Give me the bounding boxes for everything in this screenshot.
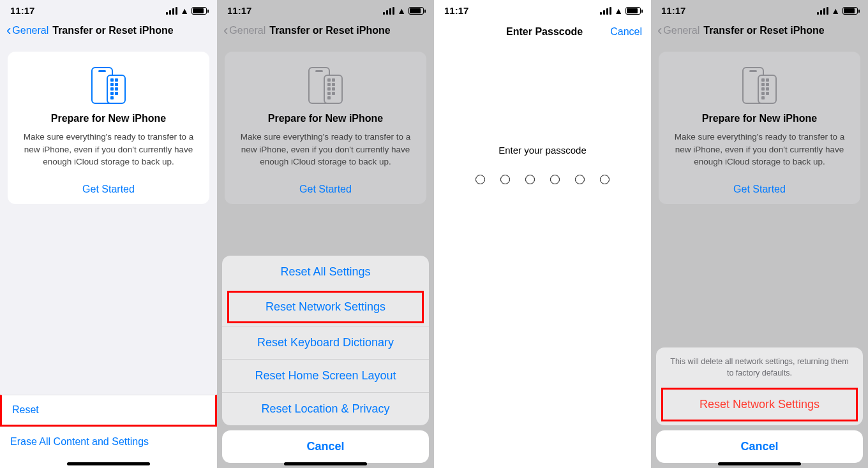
signal-icon <box>166 7 177 15</box>
card-body: Make sure everything's ready to transfer… <box>234 131 417 168</box>
status-time: 11:17 <box>444 5 468 16</box>
passcode-dots[interactable] <box>434 175 651 184</box>
transfer-phones-icon <box>668 63 851 104</box>
chevron-left-icon: ‹ <box>223 24 228 38</box>
back-button[interactable]: ‹ General <box>6 24 49 38</box>
signal-icon <box>817 7 828 15</box>
passcode-title: Enter Passcode <box>479 26 610 38</box>
highlight-box: Reset Network Settings <box>661 388 858 421</box>
passcode-dot <box>550 175 560 184</box>
reset-row[interactable]: Reset <box>0 395 217 427</box>
nav-bar: ‹ General Transfer or Reset iPhone <box>651 17 868 44</box>
reset-all-settings-button[interactable]: Reset All Settings <box>222 256 429 288</box>
home-indicator[interactable] <box>718 462 801 465</box>
card-heading: Prepare for New iPhone <box>234 113 417 124</box>
wifi-icon: ▲ <box>397 6 406 16</box>
reset-network-confirm-button[interactable]: Reset Network Settings <box>663 390 856 420</box>
nav-title: Transfer or Reset iPhone <box>269 25 390 36</box>
battery-icon <box>842 7 858 15</box>
passcode-dot <box>525 175 535 184</box>
confirm-alert: This will delete all network settings, r… <box>656 347 863 463</box>
screen-4-confirm-reset: 11:17 ▲ ‹ General Transfer or Reset iPho… <box>651 0 868 468</box>
status-icons: ▲ <box>383 6 424 16</box>
card-heading: Prepare for New iPhone <box>668 113 851 124</box>
reset-keyboard-dictionary-button[interactable]: Reset Keyboard Dictionary <box>222 326 429 359</box>
erase-all-row[interactable]: Erase All Content and Settings <box>0 427 217 457</box>
wifi-icon: ▲ <box>614 6 623 16</box>
transfer-phones-icon <box>234 63 417 104</box>
status-bar: 11:17 ▲ <box>0 0 217 17</box>
nav-title: Transfer or Reset iPhone <box>52 25 173 36</box>
status-bar: 11:17 ▲ <box>434 0 651 17</box>
nav-bar: ‹ General Transfer or Reset iPhone <box>217 17 434 44</box>
reset-network-settings-button[interactable]: Reset Network Settings <box>229 293 422 321</box>
back-label: General <box>229 25 266 36</box>
passcode-nav: Enter Passcode Cancel <box>434 17 651 43</box>
passcode-dot <box>500 175 510 184</box>
nav-title: Transfer or Reset iPhone <box>703 25 824 36</box>
screen-3-enter-passcode: 11:17 ▲ Enter Passcode Cancel Enter your… <box>434 0 651 468</box>
highlight-box: Reset Network Settings <box>227 291 424 323</box>
chevron-left-icon: ‹ <box>657 24 662 38</box>
alert-message: This will delete all network settings, r… <box>656 347 863 386</box>
status-bar: 11:17 ▲ <box>651 0 868 17</box>
battery-icon <box>625 7 641 15</box>
prepare-card: Prepare for New iPhone Make sure everyth… <box>659 52 860 204</box>
signal-icon <box>600 7 611 15</box>
transfer-phones-icon <box>17 63 200 104</box>
status-icons: ▲ <box>166 6 207 16</box>
back-label: General <box>663 25 700 36</box>
passcode-cancel-button[interactable]: Cancel <box>610 26 642 38</box>
action-sheet-cancel-button[interactable]: Cancel <box>222 430 429 463</box>
card-body: Make sure everything's ready to transfer… <box>17 131 200 168</box>
card-body: Make sure everything's ready to transfer… <box>668 131 851 168</box>
passcode-dot <box>600 175 610 184</box>
status-time: 11:17 <box>227 5 251 16</box>
signal-icon <box>383 7 394 15</box>
alert-cancel-button[interactable]: Cancel <box>656 430 863 463</box>
nav-bar: ‹ General Transfer or Reset iPhone <box>0 17 217 44</box>
status-icons: ▲ <box>600 6 641 16</box>
status-time: 11:17 <box>10 5 34 16</box>
card-heading: Prepare for New iPhone <box>17 113 200 124</box>
battery-icon <box>408 7 424 15</box>
passcode-dot <box>575 175 585 184</box>
back-button: ‹ General <box>657 24 700 38</box>
status-bar: 11:17 ▲ <box>217 0 434 17</box>
wifi-icon: ▲ <box>831 6 840 16</box>
status-icons: ▲ <box>817 6 858 16</box>
screen-1-transfer-reset: 11:17 ▲ ‹ General Transfer or Reset iPho… <box>0 0 217 468</box>
reset-home-screen-layout-button[interactable]: Reset Home Screen Layout <box>222 359 429 392</box>
wifi-icon: ▲ <box>180 6 189 16</box>
screen-2-reset-sheet: 11:17 ▲ ‹ General Transfer or Reset iPho… <box>217 0 434 468</box>
status-time: 11:17 <box>661 5 685 16</box>
get-started-button[interactable]: Get Started <box>733 184 786 195</box>
back-label: General <box>12 25 49 36</box>
reset-location-privacy-button[interactable]: Reset Location & Privacy <box>222 392 429 425</box>
action-sheet-list: Reset All Settings Reset Network Setting… <box>222 256 429 425</box>
home-indicator[interactable] <box>284 462 367 465</box>
prepare-card: Prepare for New iPhone Make sure everyth… <box>225 52 426 204</box>
battery-icon <box>191 7 207 15</box>
chevron-left-icon: ‹ <box>6 24 11 38</box>
get-started-button[interactable]: Get Started <box>299 184 352 195</box>
passcode-prompt: Enter your passcode <box>434 145 651 156</box>
get-started-button[interactable]: Get Started <box>82 184 135 195</box>
back-button: ‹ General <box>223 24 266 38</box>
passcode-dot <box>475 175 485 184</box>
reset-options-list: Reset Erase All Content and Settings <box>0 395 217 468</box>
home-indicator[interactable] <box>67 462 150 465</box>
reset-action-sheet: Reset All Settings Reset Network Setting… <box>222 256 429 463</box>
prepare-card: Prepare for New iPhone Make sure everyth… <box>8 52 209 204</box>
alert-box: This will delete all network settings, r… <box>656 347 863 425</box>
